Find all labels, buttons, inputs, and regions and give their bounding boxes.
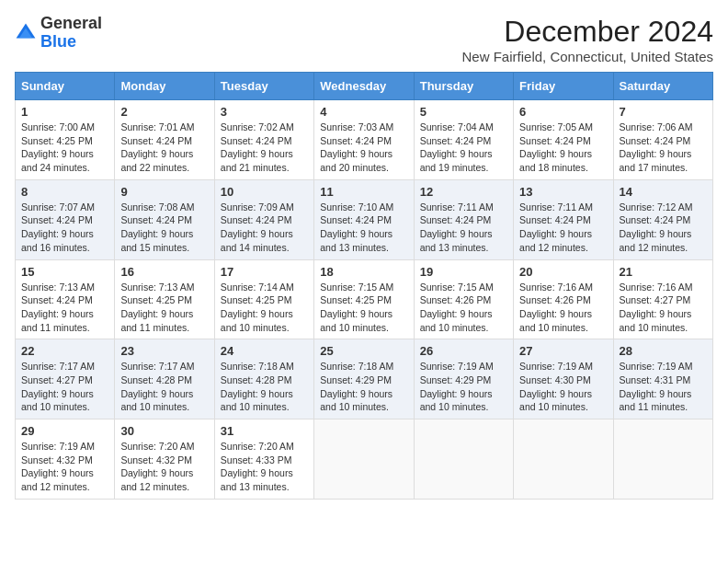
day-info: Sunrise: 7:00 AMSunset: 4:25 PMDaylight:… <box>21 121 95 173</box>
day-number: 12 <box>420 185 507 199</box>
calendar-week-3: 15 Sunrise: 7:13 AMSunset: 4:24 PMDaylig… <box>16 259 713 339</box>
calendar-cell: 13 Sunrise: 7:11 AMSunset: 4:24 PMDaylig… <box>514 179 613 259</box>
calendar-cell: 27 Sunrise: 7:19 AMSunset: 4:30 PMDaylig… <box>514 339 613 419</box>
day-number: 25 <box>320 344 407 358</box>
header-cell-tuesday: Tuesday <box>214 73 313 100</box>
day-info: Sunrise: 7:18 AMSunset: 4:29 PMDaylight:… <box>320 361 393 412</box>
day-info: Sunrise: 7:13 AMSunset: 4:25 PMDaylight:… <box>120 282 194 333</box>
day-number: 27 <box>519 344 607 358</box>
day-info: Sunrise: 7:07 AMSunset: 4:24 PMDaylight:… <box>21 201 95 253</box>
day-number: 22 <box>21 344 108 358</box>
calendar-cell: 3 Sunrise: 7:02 AMSunset: 4:24 PMDayligh… <box>214 100 313 180</box>
calendar: SundayMondayTuesdayWednesdayThursdayFrid… <box>15 72 713 500</box>
day-info: Sunrise: 7:11 AMSunset: 4:24 PMDaylight:… <box>420 201 494 253</box>
calendar-cell: 6 Sunrise: 7:05 AMSunset: 4:24 PMDayligh… <box>514 100 613 180</box>
day-number: 17 <box>221 265 308 279</box>
day-info: Sunrise: 7:16 AMSunset: 4:27 PMDaylight:… <box>620 282 693 333</box>
day-info: Sunrise: 7:03 AMSunset: 4:24 PMDaylight:… <box>320 121 393 173</box>
calendar-cell: 12 Sunrise: 7:11 AMSunset: 4:24 PMDaylig… <box>414 179 513 259</box>
logo: General Blue <box>15 15 102 52</box>
day-info: Sunrise: 7:15 AMSunset: 4:25 PMDaylight:… <box>320 282 393 333</box>
calendar-cell: 31 Sunrise: 7:20 AMSunset: 4:33 PMDaylig… <box>214 419 313 500</box>
calendar-cell: 7 Sunrise: 7:06 AMSunset: 4:24 PMDayligh… <box>613 100 712 180</box>
calendar-cell: 9 Sunrise: 7:08 AMSunset: 4:24 PMDayligh… <box>115 179 214 259</box>
calendar-cell: 29 Sunrise: 7:19 AMSunset: 4:32 PMDaylig… <box>16 419 115 500</box>
logo-blue: Blue <box>40 32 76 51</box>
calendar-week-4: 22 Sunrise: 7:17 AMSunset: 4:27 PMDaylig… <box>16 339 713 419</box>
day-number: 5 <box>420 105 507 119</box>
header-cell-monday: Monday <box>115 73 214 100</box>
day-number: 31 <box>221 424 308 438</box>
month-title: December 2024 <box>462 15 713 49</box>
calendar-body: 1 Sunrise: 7:00 AMSunset: 4:25 PMDayligh… <box>16 100 713 500</box>
day-number: 10 <box>221 185 308 199</box>
calendar-cell: 5 Sunrise: 7:04 AMSunset: 4:24 PMDayligh… <box>414 100 513 180</box>
calendar-cell: 17 Sunrise: 7:14 AMSunset: 4:25 PMDaylig… <box>214 259 313 339</box>
calendar-cell <box>613 419 712 500</box>
day-info: Sunrise: 7:11 AMSunset: 4:24 PMDaylight:… <box>519 201 593 253</box>
day-info: Sunrise: 7:16 AMSunset: 4:26 PMDaylight:… <box>519 282 593 333</box>
calendar-cell: 14 Sunrise: 7:12 AMSunset: 4:24 PMDaylig… <box>613 179 712 259</box>
day-info: Sunrise: 7:12 AMSunset: 4:24 PMDaylight:… <box>620 201 693 253</box>
day-number: 13 <box>519 185 607 199</box>
calendar-week-1: 1 Sunrise: 7:00 AMSunset: 4:25 PMDayligh… <box>16 100 713 180</box>
calendar-cell: 19 Sunrise: 7:15 AMSunset: 4:26 PMDaylig… <box>414 259 513 339</box>
calendar-cell <box>514 419 613 500</box>
day-number: 16 <box>120 265 208 279</box>
calendar-week-5: 29 Sunrise: 7:19 AMSunset: 4:32 PMDaylig… <box>16 419 713 500</box>
day-number: 21 <box>620 265 707 279</box>
calendar-cell: 20 Sunrise: 7:16 AMSunset: 4:26 PMDaylig… <box>514 259 613 339</box>
day-number: 24 <box>221 344 308 358</box>
calendar-week-2: 8 Sunrise: 7:07 AMSunset: 4:24 PMDayligh… <box>16 179 713 259</box>
day-number: 30 <box>120 424 208 438</box>
day-number: 18 <box>320 265 407 279</box>
day-number: 6 <box>519 105 607 119</box>
day-number: 2 <box>120 105 208 119</box>
day-number: 28 <box>620 344 707 358</box>
day-number: 1 <box>21 105 108 119</box>
calendar-cell: 18 Sunrise: 7:15 AMSunset: 4:25 PMDaylig… <box>314 259 414 339</box>
day-info: Sunrise: 7:04 AMSunset: 4:24 PMDaylight:… <box>420 121 494 173</box>
day-number: 29 <box>21 424 108 438</box>
logo-text: General Blue <box>40 15 102 52</box>
day-info: Sunrise: 7:19 AMSunset: 4:29 PMDaylight:… <box>420 361 494 412</box>
calendar-cell: 30 Sunrise: 7:20 AMSunset: 4:32 PMDaylig… <box>115 419 214 500</box>
header-cell-friday: Friday <box>514 73 613 100</box>
day-number: 15 <box>21 265 108 279</box>
calendar-cell: 4 Sunrise: 7:03 AMSunset: 4:24 PMDayligh… <box>314 100 414 180</box>
header-row: SundayMondayTuesdayWednesdayThursdayFrid… <box>16 73 713 100</box>
calendar-cell: 8 Sunrise: 7:07 AMSunset: 4:24 PMDayligh… <box>16 179 115 259</box>
calendar-cell: 10 Sunrise: 7:09 AMSunset: 4:24 PMDaylig… <box>214 179 313 259</box>
day-number: 3 <box>221 105 308 119</box>
day-info: Sunrise: 7:06 AMSunset: 4:24 PMDaylight:… <box>620 121 693 173</box>
day-number: 9 <box>120 185 208 199</box>
day-info: Sunrise: 7:14 AMSunset: 4:25 PMDaylight:… <box>221 282 294 333</box>
day-info: Sunrise: 7:20 AMSunset: 4:32 PMDaylight:… <box>120 441 194 492</box>
calendar-cell: 25 Sunrise: 7:18 AMSunset: 4:29 PMDaylig… <box>314 339 414 419</box>
title-area: December 2024 New Fairfield, Connecticut… <box>462 15 713 64</box>
calendar-header: SundayMondayTuesdayWednesdayThursdayFrid… <box>16 73 713 100</box>
calendar-cell <box>314 419 414 500</box>
header-cell-saturday: Saturday <box>613 73 712 100</box>
day-info: Sunrise: 7:13 AMSunset: 4:24 PMDaylight:… <box>21 282 95 333</box>
day-number: 7 <box>620 105 707 119</box>
day-info: Sunrise: 7:08 AMSunset: 4:24 PMDaylight:… <box>120 201 194 253</box>
day-number: 23 <box>120 344 208 358</box>
day-info: Sunrise: 7:09 AMSunset: 4:24 PMDaylight:… <box>221 201 294 253</box>
day-info: Sunrise: 7:10 AMSunset: 4:24 PMDaylight:… <box>320 201 393 253</box>
day-number: 8 <box>21 185 108 199</box>
header: General Blue December 2024 New Fairfield… <box>15 15 713 64</box>
day-info: Sunrise: 7:19 AMSunset: 4:30 PMDaylight:… <box>519 361 593 412</box>
calendar-cell: 16 Sunrise: 7:13 AMSunset: 4:25 PMDaylig… <box>115 259 214 339</box>
day-info: Sunrise: 7:17 AMSunset: 4:28 PMDaylight:… <box>120 361 194 412</box>
header-cell-sunday: Sunday <box>16 73 115 100</box>
day-info: Sunrise: 7:19 AMSunset: 4:32 PMDaylight:… <box>21 441 95 492</box>
calendar-cell: 23 Sunrise: 7:17 AMSunset: 4:28 PMDaylig… <box>115 339 214 419</box>
day-info: Sunrise: 7:17 AMSunset: 4:27 PMDaylight:… <box>21 361 95 412</box>
calendar-cell: 11 Sunrise: 7:10 AMSunset: 4:24 PMDaylig… <box>314 179 414 259</box>
day-number: 11 <box>320 185 407 199</box>
header-cell-wednesday: Wednesday <box>314 73 414 100</box>
header-cell-thursday: Thursday <box>414 73 513 100</box>
day-number: 26 <box>420 344 507 358</box>
calendar-cell: 28 Sunrise: 7:19 AMSunset: 4:31 PMDaylig… <box>613 339 712 419</box>
